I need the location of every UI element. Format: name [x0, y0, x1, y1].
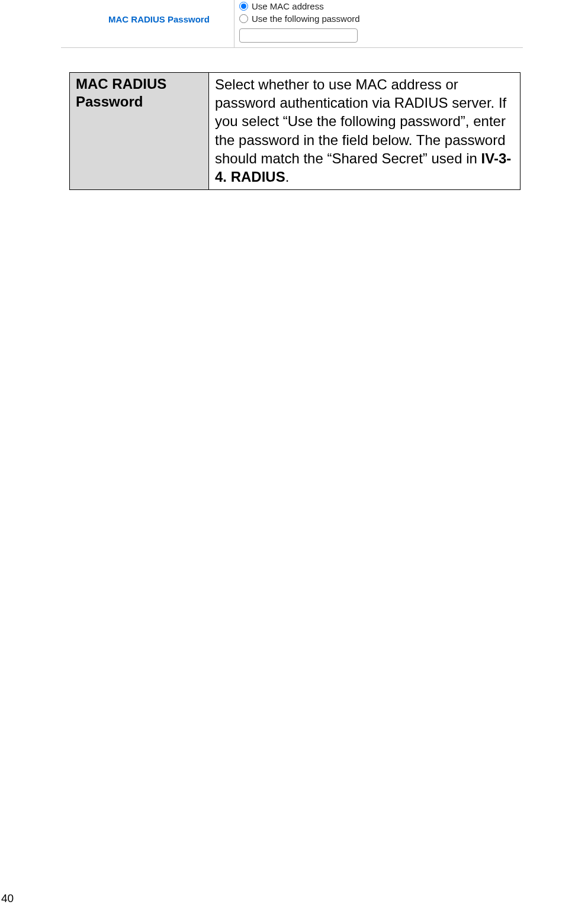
- description-text: Select whether to use MAC address or pas…: [209, 73, 520, 190]
- description-text-part2: .: [285, 169, 290, 185]
- radio-option-use-password: Use the following password: [239, 14, 523, 24]
- radio-label-use-mac-address: Use MAC address: [252, 1, 324, 11]
- radio-option-use-mac-address: Use MAC address: [239, 1, 523, 11]
- description-table: MAC RADIUS Password Select whether to us…: [69, 72, 520, 190]
- description-text-part1: Select whether to use MAC address or pas…: [215, 76, 506, 166]
- password-input[interactable]: [239, 28, 358, 43]
- table-row: MAC RADIUS Password Select whether to us…: [70, 73, 520, 190]
- config-panel: MAC RADIUS Password Use MAC address Use …: [61, 0, 523, 48]
- description-label: MAC RADIUS Password: [70, 73, 209, 190]
- config-row-mac-radius-password: MAC RADIUS Password Use MAC address Use …: [61, 0, 523, 48]
- radio-use-password[interactable]: [239, 14, 248, 23]
- config-field-value: Use MAC address Use the following passwo…: [234, 0, 523, 47]
- radio-use-mac-address[interactable]: [239, 2, 248, 11]
- page-number: 40: [1, 892, 14, 905]
- config-field-label: MAC RADIUS Password: [61, 0, 234, 24]
- radio-label-use-password: Use the following password: [252, 14, 360, 24]
